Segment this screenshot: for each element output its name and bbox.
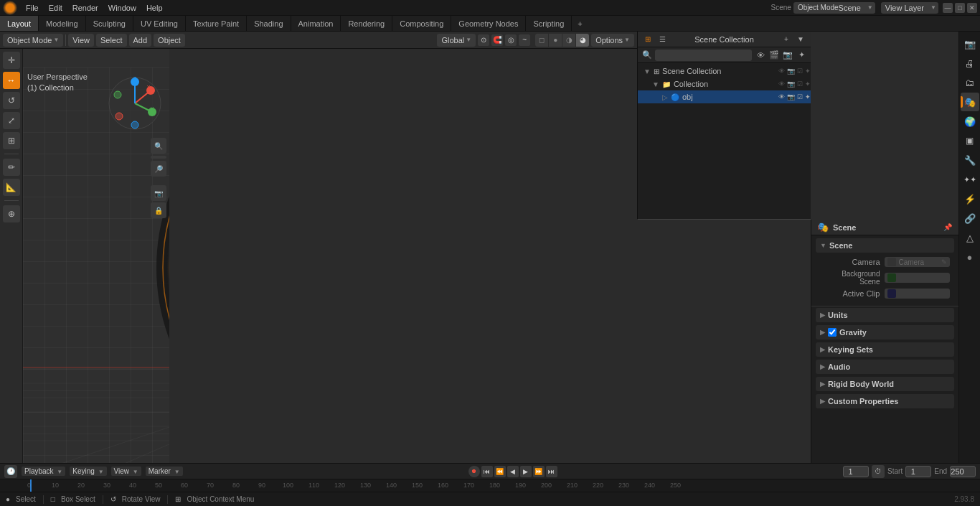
obj-item[interactable]: ▷ 🔵 obj 👁 📷 ☑ ✦	[638, 90, 811, 103]
props-tab-modifier[interactable]: 🔧	[961, 151, 979, 169]
proportional-edit[interactable]: ◎	[505, 34, 517, 46]
menu-render[interactable]: Render	[68, 2, 103, 14]
camera-value[interactable]: Camera ✎	[885, 257, 951, 267]
viewport-view-menu[interactable]: View	[68, 34, 94, 47]
zoom-in-btn[interactable]: 🔍	[151, 138, 166, 154]
step-forward-btn[interactable]: ⏩	[533, 466, 545, 477]
current-frame-input[interactable]	[843, 466, 869, 477]
outliner-toggle-icon2[interactable]: 🎬	[768, 50, 780, 61]
object-mode-dropdown[interactable]: Object Mode ▼	[3, 34, 63, 47]
view-layer-selector[interactable]: View Layer ▼	[881, 2, 938, 14]
props-tab-constraints[interactable]: 🔗	[961, 209, 979, 228]
outliner-toggle-icon4[interactable]: ✦	[796, 50, 807, 61]
window-minimize[interactable]: —	[943, 3, 953, 13]
collection-item[interactable]: ▼ 📁 Collection 👁 📷 ☑ ✦	[638, 78, 811, 90]
tab-modeling[interactable]: Modeling	[39, 16, 86, 31]
tab-rendering[interactable]: Rendering	[341, 16, 392, 31]
tab-shading[interactable]: Shading	[247, 16, 291, 31]
play-forward-btn[interactable]: ▶	[520, 466, 532, 477]
rotate-tool[interactable]: ↺	[3, 92, 20, 109]
zoom-out-btn[interactable]: 🔎	[151, 161, 166, 177]
record-btn[interactable]: ⏺	[468, 466, 480, 477]
pivot-point[interactable]: ⊙	[478, 34, 489, 46]
tab-compositing[interactable]: Compositing	[392, 16, 451, 31]
props-tab-viewlayer[interactable]: 🗂	[961, 73, 979, 92]
units-toggle[interactable]: ▶ Units	[816, 308, 954, 322]
timeline-view-dropdown[interactable]: View ▼	[111, 467, 141, 476]
scene-collection-item[interactable]: ▼ ⊞ Scene Collection 👁 📷 ☑ ✦	[638, 65, 811, 78]
props-tab-render[interactable]: 📷	[961, 34, 979, 53]
add-cube-tool[interactable]: ⊕	[3, 205, 20, 222]
wireframe-shading[interactable]: ◻	[535, 34, 548, 47]
start-frame-input[interactable]	[905, 466, 931, 477]
gravity-checkbox[interactable]	[828, 328, 837, 337]
props-tab-objectdata[interactable]: △	[961, 228, 979, 247]
tab-animation[interactable]: Animation	[291, 16, 341, 31]
props-tab-scene[interactable]: 🎭	[961, 93, 979, 111]
tab-uv-editing[interactable]: UV Editing	[133, 16, 186, 31]
props-tab-particles[interactable]: ✦✦	[961, 170, 979, 189]
props-tab-material[interactable]: ●	[961, 248, 979, 266]
playback-dropdown[interactable]: Playback ▼	[22, 467, 65, 476]
falloff-icon[interactable]: ~	[519, 34, 530, 46]
tab-geometry-nodes[interactable]: Geometry Nodes	[451, 16, 526, 31]
props-pin-icon[interactable]: 📌	[943, 222, 953, 233]
measure-tool[interactable]: 📐	[3, 179, 20, 196]
outliner-search-input[interactable]	[655, 50, 752, 61]
window-maximize[interactable]: □	[955, 3, 965, 13]
tab-sculpting[interactable]: Sculpting	[86, 16, 133, 31]
scene-section-toggle[interactable]: ▼ Scene	[816, 238, 954, 253]
end-frame-input[interactable]	[950, 466, 976, 477]
camera-edit-icon[interactable]: ✎	[941, 258, 947, 266]
rigid-body-toggle[interactable]: ▶ Rigid Body World	[816, 377, 954, 391]
3d-viewport[interactable]: User Perspective (1) Collection	[23, 49, 169, 463]
keying-dropdown[interactable]: Keying ▼	[70, 467, 106, 476]
camera-view-btn[interactable]: 📷	[151, 185, 166, 201]
outliner-filter-icon[interactable]: ⊞	[642, 34, 654, 45]
material-preview[interactable]: ◑	[562, 34, 575, 47]
transform-mode[interactable]: Global ▼	[437, 34, 476, 47]
menu-file[interactable]: File	[22, 2, 43, 14]
move-tool[interactable]: ↔	[3, 72, 20, 89]
cursor-tool[interactable]: ✛	[3, 52, 20, 69]
jump-start-btn[interactable]: ⏮	[481, 466, 493, 477]
annotate-tool[interactable]: ✏	[3, 159, 20, 176]
add-workspace-tab[interactable]: +	[572, 17, 588, 30]
menu-window[interactable]: Window	[104, 2, 141, 14]
options-menu[interactable]: Options ▼	[591, 34, 634, 47]
step-back-btn[interactable]: ⏪	[494, 466, 506, 477]
props-tab-output[interactable]: 🖨	[961, 54, 979, 72]
rendered-shading[interactable]: ◕	[576, 34, 589, 47]
solid-shading[interactable]: ●	[549, 34, 562, 47]
window-close[interactable]: ✕	[967, 3, 977, 13]
play-reverse-btn[interactable]: ◀	[507, 466, 519, 477]
frame-rate-icon[interactable]: ⏱	[872, 465, 885, 478]
marker-dropdown[interactable]: Marker ▼	[146, 467, 183, 476]
props-tab-world[interactable]: 🌍	[961, 112, 979, 131]
viewport-object-menu[interactable]: Object	[154, 34, 185, 47]
snap-toggle[interactable]: 🧲	[491, 34, 503, 46]
tab-layout[interactable]: Layout	[0, 16, 39, 31]
viewport-add-menu[interactable]: Add	[129, 34, 152, 47]
outliner-display-icon[interactable]: ☰	[656, 34, 668, 45]
menu-help[interactable]: Help	[142, 2, 167, 14]
props-tab-physics[interactable]: ⚡	[961, 189, 979, 208]
active-clip-value[interactable]	[885, 289, 951, 299]
tab-texture-paint[interactable]: Texture Paint	[186, 16, 247, 31]
gravity-toggle[interactable]: ▶ Gravity	[816, 325, 954, 339]
tab-scripting[interactable]: Scripting	[526, 16, 572, 31]
transform-tool[interactable]: ⊞	[3, 132, 20, 149]
menu-edit[interactable]: Edit	[44, 2, 67, 14]
outliner-toggle-icon1[interactable]: 👁	[755, 50, 766, 61]
scene-selector[interactable]: Object ModeScene ▼	[793, 2, 875, 14]
outliner-new-collection[interactable]: +	[781, 34, 792, 45]
audio-toggle[interactable]: ▶ Audio	[816, 360, 954, 374]
custom-props-toggle[interactable]: ▶ Custom Properties	[816, 394, 954, 408]
viewport-select-menu[interactable]: Select	[96, 34, 127, 47]
scale-tool[interactable]: ⤢	[3, 112, 20, 129]
jump-end-btn[interactable]: ⏭	[546, 466, 557, 477]
outliner-toggle-icon3[interactable]: 📷	[782, 50, 793, 61]
outliner-filter-menu[interactable]: ▼	[795, 34, 806, 45]
navigation-gizmo[interactable]: X Y Z	[106, 75, 164, 133]
keying-sets-toggle[interactable]: ▶ Keying Sets	[816, 342, 954, 357]
